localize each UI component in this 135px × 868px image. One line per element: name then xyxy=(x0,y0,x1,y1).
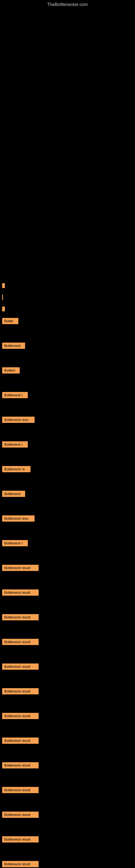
bottleneck-label-r22: Bottleneck result xyxy=(2,836,39,842)
bottleneck-label-r9: Bottleneck resu xyxy=(2,516,35,522)
result-row-r3: Bottlen xyxy=(0,365,135,376)
result-row-r6: Bottleneck r xyxy=(0,439,135,450)
bottleneck-label-r16: Bottleneck result xyxy=(2,688,39,694)
result-row-r19: Bottleneck result xyxy=(0,760,135,771)
result-row-r15: Bottleneck result xyxy=(0,661,135,672)
bottleneck-label-r18: Bottleneck result xyxy=(2,738,39,744)
bottleneck-label-r4: Bottleneck r xyxy=(2,392,28,398)
result-row-r23: Bottleneck result xyxy=(0,858,135,868)
bottleneck-label-r12: Bottleneck result xyxy=(2,589,39,596)
bottleneck-label-r10: Bottleneck r xyxy=(2,540,28,546)
marker-2 xyxy=(2,294,3,300)
marker-3 xyxy=(2,307,5,311)
result-row-r20: Bottleneck result xyxy=(0,784,135,795)
result-row-r11: Bottleneck result xyxy=(0,562,135,573)
bottleneck-label-r3: Bottlen xyxy=(2,367,20,373)
bottleneck-label-r14: Bottleneck result xyxy=(2,639,39,645)
bottleneck-label-r5: Bottleneck resu xyxy=(2,416,35,423)
bottleneck-label-r6: Bottleneck r xyxy=(2,441,28,447)
markers-area xyxy=(0,280,135,315)
marker-1 xyxy=(2,283,5,288)
result-row-r12: Bottleneck result xyxy=(0,587,135,598)
result-row-r17: Bottleneck result xyxy=(0,710,135,721)
bottleneck-label-r7: Bottleneck re xyxy=(2,466,31,472)
result-row-r5: Bottleneck resu xyxy=(0,414,135,425)
result-row-r13: Bottleneck result xyxy=(0,611,135,622)
result-row-r16: Bottleneck result xyxy=(0,685,135,696)
results-container: BottleBottleneckBottlenBottleneck rBottl… xyxy=(0,315,135,868)
bottleneck-label-r20: Bottleneck result xyxy=(2,787,39,793)
site-title: TheBottlenecker.com xyxy=(0,0,135,9)
black-area xyxy=(0,9,135,280)
result-row-r21: Bottleneck result xyxy=(0,809,135,820)
bottleneck-label-r13: Bottleneck result xyxy=(2,614,39,620)
result-row-r14: Bottleneck result xyxy=(0,636,135,647)
result-row-r7: Bottleneck re xyxy=(0,463,135,474)
result-row-r22: Bottleneck result xyxy=(0,834,135,845)
result-row-r4: Bottleneck r xyxy=(0,389,135,400)
bottleneck-label-r2: Bottleneck xyxy=(2,343,25,349)
bottleneck-label-r1: Bottle xyxy=(2,318,18,324)
bottleneck-label-r15: Bottleneck result xyxy=(2,663,39,670)
bottleneck-label-r21: Bottleneck result xyxy=(2,812,39,818)
result-row-r10: Bottleneck r xyxy=(0,537,135,549)
bottleneck-label-r17: Bottleneck result xyxy=(2,713,39,719)
bottleneck-label-r11: Bottleneck result xyxy=(2,565,39,571)
bottleneck-label-r8: Bottleneck xyxy=(2,491,25,497)
bottleneck-label-r19: Bottleneck result xyxy=(2,762,39,769)
result-row-r9: Bottleneck resu xyxy=(0,513,135,524)
result-row-r2: Bottleneck xyxy=(0,340,135,351)
result-row-r1: Bottle xyxy=(0,315,135,326)
result-row-r18: Bottleneck result xyxy=(0,735,135,746)
bottleneck-label-r23: Bottleneck result xyxy=(2,861,39,867)
result-row-r8: Bottleneck xyxy=(0,488,135,499)
